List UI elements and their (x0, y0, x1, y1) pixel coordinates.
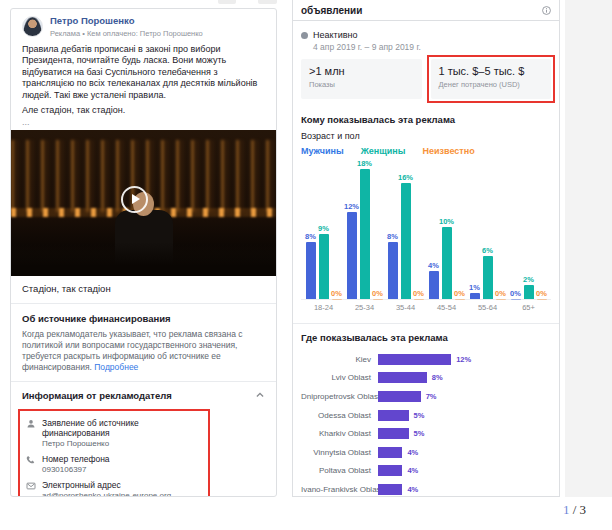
advertiser-item-label: Номер телефона (42, 454, 110, 464)
advertiser-info-list: Заявление об источнике финансированияПет… (18, 409, 210, 497)
age-group-35-44: 8%16%0%35-44 (387, 160, 424, 312)
bar-value-label: 16% (398, 173, 413, 182)
bar-Неизвестно-35-44 (414, 299, 424, 301)
advertiser-item-value: Петро Порошенко (42, 439, 204, 449)
bar-value-label: 0% (536, 289, 547, 298)
advertiser-item-label: Заявление об источнике финансирования (42, 418, 204, 438)
bar-value-label: 4% (428, 261, 439, 270)
play-icon[interactable] (121, 186, 148, 213)
location-row-Kharkiv Oblast: Kharkiv Oblast5% (301, 424, 551, 443)
ad-details-panel: объявлении Неактивно 4 апр 2019 г. – 9 а… (292, 0, 560, 497)
cropped-ui-stub (258, 0, 277, 4)
bar-value-label: 2% (523, 275, 534, 284)
location-row-Kiev: Kiev12% (301, 350, 551, 369)
location-row-Odessa Oblast: Odessa Oblast5% (301, 406, 551, 425)
advertiser-info-item: Номер телефона0930106397 (26, 451, 204, 477)
avatar[interactable] (22, 16, 43, 37)
page-background (565, 0, 612, 497)
advertiser-info-item: Электронный адресad@poroshenko-ukraine-e… (26, 477, 204, 497)
author-link[interactable]: Петро Порошенко (50, 16, 203, 27)
bar-value-label: 6% (482, 246, 493, 255)
learn-more-link[interactable]: Подробнее (94, 362, 138, 372)
bar-value-label: 18% (357, 159, 372, 168)
demographics-title: Кому показывалась эта реклама (301, 114, 551, 125)
location-label: Kharkiv Oblast (301, 429, 378, 438)
divider (293, 323, 559, 324)
location-label: Lviv Oblast (301, 373, 378, 382)
location-bar (378, 447, 402, 458)
bar-value-label: 9% (318, 224, 329, 233)
x-axis-label: 35-44 (396, 303, 415, 312)
location-bar (378, 465, 402, 476)
location-bar (378, 410, 409, 421)
location-value-label: 4% (407, 485, 418, 494)
bar-value-label: 0% (495, 289, 506, 298)
bar-value-label: 10% (439, 217, 454, 226)
x-axis-label: 18-24 (314, 303, 333, 312)
location-value-label: 7% (426, 392, 437, 401)
location-label: Poltava Oblast (301, 466, 378, 475)
post-meta: Реклама • Кем оплачено: Петро Порошенко (50, 29, 203, 38)
bar-Неизвестно-45-54 (455, 299, 465, 301)
age-group-45-54: 4%10%0%45-54 (428, 160, 465, 312)
age-group-18-24: 8%9%0%18-24 (305, 160, 342, 312)
annotation-red-box (427, 55, 556, 103)
legend-women: Женщины (361, 146, 406, 156)
x-axis-label: 25-34 (355, 303, 374, 312)
bar-Неизвестно-25-34 (373, 299, 383, 301)
x-axis-label: 55-64 (478, 303, 497, 312)
bar-value-label: 8% (387, 232, 398, 241)
bar-Неизвестно-65+ (537, 299, 547, 301)
bar-Женщины-25-34 (360, 169, 370, 300)
bar-Неизвестно-55-64 (496, 299, 506, 301)
ad-post-card: Петро Порошенко Реклама • Кем оплачено: … (10, 8, 277, 497)
person-icon (26, 419, 36, 429)
location-value-label: 4% (407, 466, 418, 475)
bar-value-label: 8% (305, 232, 316, 241)
funding-section: Об источнике финансирования Когда реклам… (11, 304, 276, 381)
bar-value-label: 0% (510, 289, 521, 298)
chevron-up-icon[interactable] (255, 390, 265, 400)
bar-Женщины-45-54 (442, 227, 452, 300)
spend-stat: 1 тыс. $–5 тыс. $ Денег потрачено (USD) (431, 59, 552, 99)
see-more-truncation[interactable]: ... (11, 117, 276, 127)
x-axis-label: 65+ (522, 303, 535, 312)
advertiser-info-title: Информация от рекламодателя (22, 390, 172, 401)
cropped-ui-stub (218, 0, 236, 4)
chart-legend: Мужчины Женщины Неизвестно (301, 146, 551, 156)
info-icon[interactable] (542, 6, 551, 15)
impressions-stat: >1 млн Показы (301, 59, 422, 99)
post-paragraph: Правила дебатів прописані в законі про в… (22, 44, 265, 102)
email-icon (26, 481, 36, 491)
advertiser-info-item: Заявление об источнике финансированияПет… (26, 415, 204, 451)
advertiser-item-value: ad@poroshenko-ukraine-europe.org (42, 491, 171, 497)
phone-icon (26, 455, 36, 465)
location-label: Dnipropetrovsk Oblast (301, 392, 378, 401)
bar-value-label: 0% (331, 289, 342, 298)
bar-Мужчины-25-34 (347, 212, 357, 300)
date-range: 4 апр 2019 г. – 9 апр 2019 г. (313, 42, 551, 52)
funding-title: Об источнике финансирования (22, 313, 265, 324)
status-dot-icon (301, 32, 308, 39)
bar-Мужчины-35-44 (388, 242, 398, 300)
video-thumbnail[interactable] (11, 130, 276, 276)
legend-unknown: Неизвестно (422, 146, 474, 156)
location-value-label: 5% (414, 411, 425, 420)
bar-Мужчины-18-24 (306, 242, 316, 300)
location-label: Vinnytsia Oblast (301, 448, 378, 457)
bar-Неизвестно-18-24 (332, 299, 342, 301)
impressions-value: >1 млн (309, 65, 414, 77)
demographics-subtitle: Возраст и пол (301, 131, 551, 141)
location-row-Dnipropetrovsk Oblast: Dnipropetrovsk Oblast7% (301, 387, 551, 406)
panel-header: объявлении (293, 0, 559, 21)
locations-title: Где показывалась эта реклама (301, 332, 551, 343)
status-text: Неактивно (313, 30, 357, 40)
location-bar (378, 391, 421, 402)
bar-value-label: 0% (413, 289, 424, 298)
location-row-Ivano-Frankivsk Oblast: Ivano-Frankivsk Oblast4% (301, 480, 551, 499)
post-header: Петро Порошенко Реклама • Кем оплачено: … (11, 9, 276, 41)
age-group-65+: 0%2%0%65+ (510, 160, 547, 312)
bar-value-label: 1% (469, 283, 480, 292)
locations-chart: Kiev12%Lviv Oblast8%Dnipropetrovsk Oblas… (301, 350, 551, 499)
location-bar (378, 428, 409, 439)
